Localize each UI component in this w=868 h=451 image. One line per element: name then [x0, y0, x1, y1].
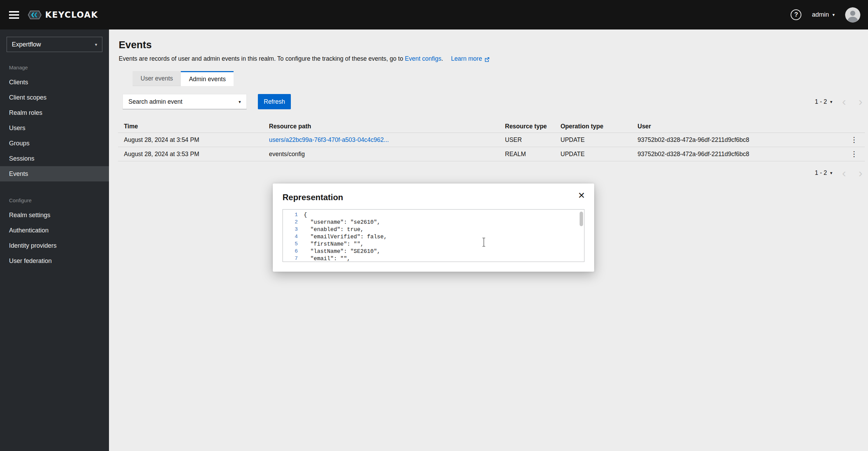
- prev-page-button[interactable]: ‹: [842, 97, 846, 106]
- next-page-button[interactable]: ›: [859, 97, 862, 106]
- brand-logo[interactable]: KEYCLOAK: [27, 0, 98, 29]
- refresh-button[interactable]: Refresh: [258, 94, 291, 109]
- caret-down-icon: ▾: [832, 12, 835, 17]
- pagination-range-label: 1 - 2: [815, 169, 827, 177]
- nav-toggle-button[interactable]: [6, 7, 22, 23]
- code-text: "enabled": true,: [304, 227, 364, 233]
- tab-admin-events[interactable]: Admin events: [181, 71, 234, 86]
- pagination-nav: ‹ ›: [842, 168, 862, 178]
- realm-selector[interactable]: Expertflow ▾: [7, 37, 102, 52]
- sidebar-item-authentication[interactable]: Authentication: [0, 223, 109, 238]
- code-text: "email": "",: [304, 256, 350, 262]
- operation-type: UPDATE: [555, 136, 632, 144]
- sidebar-item-client-scopes[interactable]: Client scopes: [0, 90, 109, 105]
- pagination-bottom: 1 - 2 ▾ ‹ ›: [815, 168, 862, 178]
- sidebar-section-configure: Configure: [0, 197, 109, 203]
- event-configs-link[interactable]: Event configs: [405, 55, 441, 62]
- code-line: 6 "lastName": "SE2610",: [283, 248, 584, 255]
- representation-code-editor[interactable]: 1 { 2 "username": "se2610", 3 "enabled":…: [283, 209, 584, 262]
- code-text: "lastName": "SE2610",: [304, 248, 380, 255]
- pagination-menu-toggle[interactable]: 1 - 2 ▾: [815, 169, 833, 177]
- admin-events-toolbar: Search admin event ▾ Refresh 1 - 2 ▾ ‹ ›: [123, 94, 862, 109]
- column-header-time: Time: [118, 123, 263, 130]
- resource-type: REALM: [499, 151, 555, 158]
- sidebar-nav-manage: Clients Client scopes Realm roles Users …: [0, 75, 109, 181]
- code-line: 1 {: [283, 211, 584, 219]
- sidebar-item-events[interactable]: Events: [0, 166, 109, 181]
- keycloak-logo-icon: [27, 7, 42, 23]
- question-icon: ?: [794, 11, 798, 18]
- admin-events-table: Time Resource path Resource type Operati…: [118, 120, 865, 161]
- line-number: 5: [283, 241, 304, 247]
- sidebar-item-users[interactable]: Users: [0, 120, 109, 136]
- caret-down-icon: ▾: [830, 171, 833, 175]
- keycloak-admin-console: KEYCLOAK ? admin ▾ Expertflow ▾: [0, 0, 868, 451]
- pagination-menu-toggle[interactable]: 1 - 2 ▾: [815, 98, 833, 105]
- sidebar-section-manage: Manage: [0, 65, 109, 70]
- line-number: 4: [283, 234, 304, 240]
- sidebar-item-user-federation[interactable]: User federation: [0, 253, 109, 269]
- prev-page-button[interactable]: ‹: [842, 168, 846, 178]
- hamburger-icon: [9, 17, 19, 19]
- user-menu-toggle[interactable]: admin ▾: [812, 11, 835, 18]
- search-admin-event-select[interactable]: Search admin event ▾: [123, 94, 247, 109]
- caret-down-icon: ▾: [95, 42, 97, 47]
- line-number: 6: [283, 248, 304, 254]
- resource-path-link[interactable]: users/a22bc99a-76f3-470f-a503-04c4c962..…: [269, 136, 389, 143]
- line-number: 3: [283, 227, 304, 232]
- kebab-menu-icon[interactable]: ⋮: [851, 136, 858, 143]
- modal-title: Representation: [283, 193, 584, 202]
- learn-more-label: Learn more: [451, 55, 482, 62]
- code-line: 7 "email": "",: [283, 255, 584, 262]
- page-description-text: Events are records of user and admin eve…: [119, 55, 403, 62]
- line-number: 7: [283, 256, 304, 262]
- sidebar-item-clients[interactable]: Clients: [0, 75, 109, 90]
- line-number: 2: [283, 219, 304, 225]
- code-line: 2 "username": "se2610",: [283, 219, 584, 226]
- external-link-icon: [484, 57, 490, 62]
- sidebar-item-realm-roles[interactable]: Realm roles: [0, 105, 109, 120]
- sidebar-item-sessions[interactable]: Sessions: [0, 151, 109, 166]
- close-icon[interactable]: ✕: [578, 191, 585, 200]
- next-page-button[interactable]: ›: [859, 168, 862, 178]
- avatar[interactable]: [845, 7, 860, 23]
- page-description: Events are records of user and admin eve…: [119, 55, 858, 62]
- help-button[interactable]: ?: [791, 9, 801, 20]
- code-text: {: [304, 212, 307, 218]
- column-header-user: User: [632, 123, 843, 130]
- event-user-id: 93752b02-d328-472a-96df-2211d9cf6bc8: [632, 151, 843, 158]
- code-text: "firstName": "",: [304, 241, 364, 247]
- tab-user-events[interactable]: User events: [133, 71, 181, 86]
- masthead: KEYCLOAK ? admin ▾: [0, 0, 868, 29]
- code-line: 5 "firstName": "",: [283, 240, 584, 248]
- user-menu-label: admin: [812, 11, 829, 18]
- pagination-nav: ‹ ›: [842, 97, 862, 106]
- caret-down-icon: ▾: [238, 100, 241, 104]
- table-row[interactable]: August 28, 2024 at 3:53 PM events/config…: [118, 147, 865, 161]
- hamburger-icon: [9, 14, 19, 16]
- event-time: August 28, 2024 at 3:54 PM: [118, 136, 263, 144]
- operation-type: UPDATE: [555, 151, 632, 158]
- search-select-label: Search admin event: [128, 98, 183, 105]
- events-tabs: User events Admin events: [133, 71, 234, 86]
- sidebar-item-identity-providers[interactable]: Identity providers: [0, 238, 109, 253]
- line-number: 1: [283, 212, 304, 218]
- realm-name: Expertflow: [12, 41, 41, 48]
- event-time: August 28, 2024 at 3:53 PM: [118, 151, 263, 158]
- kebab-menu-icon[interactable]: ⋮: [851, 150, 858, 158]
- page-title: Events: [119, 39, 858, 51]
- sidebar-item-realm-settings[interactable]: Realm settings: [0, 207, 109, 223]
- table-row[interactable]: August 28, 2024 at 3:54 PM users/a22bc99…: [118, 133, 865, 147]
- text-cursor-icon: [481, 237, 486, 247]
- caret-down-icon: ▾: [830, 100, 833, 104]
- sidebar-nav-configure: Realm settings Authentication Identity p…: [0, 207, 109, 269]
- learn-more-link[interactable]: Learn more: [451, 55, 490, 62]
- representation-modal: Representation ✕ 1 { 2 "username": "se26…: [273, 184, 594, 272]
- editor-scrollbar[interactable]: [580, 212, 583, 226]
- resource-type: USER: [499, 136, 555, 144]
- sidebar-item-groups[interactable]: Groups: [0, 136, 109, 151]
- page-header: Events Events are records of user and ad…: [119, 39, 858, 62]
- column-header-resource-path: Resource path: [263, 123, 499, 130]
- resource-path: events/config: [263, 151, 499, 158]
- user-avatar-icon: [845, 7, 860, 23]
